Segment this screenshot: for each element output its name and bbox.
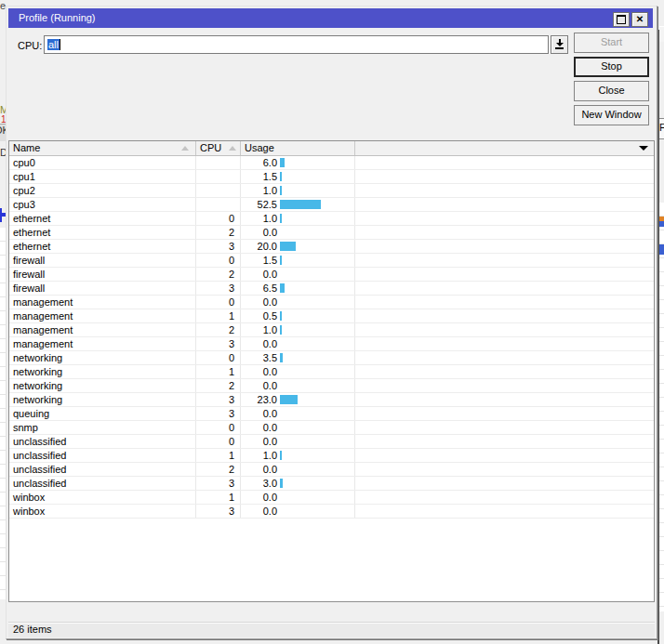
cell-name: snmp: [9, 421, 196, 434]
table-row[interactable]: management10.5: [9, 309, 654, 323]
cell-cpu: 2: [196, 463, 241, 476]
table-row[interactable]: queuing30.0: [9, 407, 654, 421]
cell-usage: 1.0: [241, 212, 355, 225]
table-row[interactable]: networking20.0: [9, 379, 654, 393]
cell-usage: 0.0: [241, 421, 355, 434]
table-row[interactable]: firewall36.5: [9, 282, 654, 296]
table-row[interactable]: management00.0: [9, 296, 654, 309]
table-row[interactable]: ethernet01.0: [9, 212, 654, 226]
table-row[interactable]: snmp00.0: [9, 421, 654, 435]
table-row[interactable]: cpu06.0: [9, 156, 654, 170]
cell-name: cpu3: [9, 198, 196, 211]
table-row[interactable]: winbox30.0: [9, 505, 654, 519]
usage-bar: [280, 311, 282, 321]
cell-cpu: 0: [196, 296, 241, 309]
table-row[interactable]: ethernet20.0: [9, 226, 654, 240]
cell-usage: 0.0: [241, 365, 355, 378]
cpu-label: CPU:: [18, 37, 42, 54]
table-row[interactable]: firewall20.0: [9, 268, 654, 282]
table-row[interactable]: cpu352.5: [9, 198, 654, 212]
table-row[interactable]: networking323.0: [9, 393, 654, 407]
cell-name: firewall: [9, 254, 196, 267]
table-row[interactable]: cpu21.0: [9, 184, 654, 198]
cell-usage: 0.0: [241, 491, 355, 504]
table-row[interactable]: firewall01.5: [9, 254, 654, 268]
new-window-button[interactable]: New Window: [574, 105, 649, 125]
sort-icon: [181, 146, 189, 151]
table-row[interactable]: unclassified00.0: [9, 435, 654, 449]
cell-cpu: 3: [196, 407, 241, 420]
profile-table: Name CPU Usage cpu06.0cpu11.5cpu21.0cpu3…: [8, 140, 655, 602]
cell-cpu: 1: [196, 309, 241, 322]
stop-button[interactable]: Stop: [574, 57, 649, 77]
usage-value: 0.0: [241, 505, 277, 518]
cell-cpu: 0: [196, 351, 241, 364]
status-bar: 26 items: [8, 622, 655, 637]
cell-name: unclassified: [9, 449, 196, 462]
cell-name: networking: [9, 379, 196, 392]
cell-usage: 20.0: [241, 240, 355, 253]
title-bar[interactable]: Profile (Running) ✕: [8, 8, 653, 28]
table-row[interactable]: unclassified33.0: [9, 477, 654, 491]
cell-usage: 1.5: [241, 170, 355, 183]
table-row[interactable]: winbox10.0: [9, 491, 654, 505]
table-row[interactable]: unclassified11.0: [9, 449, 654, 463]
usage-bar: [280, 451, 282, 460]
usage-value: 0.0: [241, 296, 277, 309]
text-caret: [60, 39, 60, 50]
start-button[interactable]: Start: [574, 33, 649, 53]
usage-bar: [280, 214, 282, 223]
cell-usage: 52.5: [241, 198, 355, 211]
cell-usage: 1.0: [241, 449, 355, 462]
usage-bar: [280, 200, 321, 209]
cell-usage: 6.5: [241, 282, 355, 295]
cell-cpu: 2: [196, 379, 241, 392]
usage-value: 6.5: [241, 282, 277, 295]
usage-value: 0.0: [241, 421, 277, 434]
cell-name: networking: [9, 365, 196, 378]
close-window-button[interactable]: Close: [574, 81, 649, 101]
usage-value: 0.0: [241, 407, 277, 420]
cell-usage: 0.0: [241, 337, 355, 350]
usage-value: 0.5: [241, 309, 277, 322]
cell-usage: 0.0: [241, 379, 355, 392]
table-row[interactable]: networking03.5: [9, 351, 654, 365]
background-icon-fragment: [659, 244, 664, 255]
table-row[interactable]: management21.0: [9, 323, 654, 337]
dropdown-arrow-icon: [556, 43, 564, 46]
column-header-name[interactable]: Name: [9, 141, 196, 155]
cell-name: winbox: [9, 505, 196, 518]
usage-value: 0.0: [241, 435, 277, 448]
background-button-fragment: [659, 26, 664, 42]
table-row[interactable]: unclassified20.0: [9, 463, 654, 477]
usage-bar: [280, 479, 283, 488]
cpu-dropdown-button[interactable]: [551, 35, 568, 54]
cell-usage: 3.5: [241, 351, 355, 364]
cell-cpu: [196, 184, 241, 197]
cell-usage: 0.0: [241, 505, 355, 518]
cell-cpu: 3: [196, 282, 241, 295]
cell-cpu: 0: [196, 212, 241, 225]
maximize-button[interactable]: [613, 12, 630, 27]
column-header-usage[interactable]: Usage: [241, 141, 355, 155]
table-row[interactable]: networking10.0: [9, 365, 654, 379]
table-row[interactable]: cpu11.5: [9, 170, 654, 184]
profile-window: Profile (Running) ✕ CPU: all Start Stop …: [6, 6, 657, 639]
cell-name: firewall: [9, 268, 196, 281]
cell-cpu: 3: [196, 393, 241, 406]
cell-cpu: 3: [196, 505, 241, 518]
cell-name: cpu0: [9, 156, 196, 169]
cell-usage: 0.0: [241, 407, 355, 420]
cell-name: queuing: [9, 407, 196, 420]
table-row[interactable]: ethernet320.0: [9, 240, 654, 254]
column-header-cpu[interactable]: CPU: [196, 141, 241, 155]
cell-cpu: 1: [196, 365, 241, 378]
cell-usage: 0.5: [241, 309, 355, 322]
table-row[interactable]: management30.0: [9, 337, 654, 351]
cell-cpu: 0: [196, 421, 241, 434]
column-selector-button[interactable]: [633, 141, 654, 155]
cpu-combobox-input[interactable]: all: [44, 35, 549, 54]
cell-name: management: [9, 309, 196, 322]
background-list-fragment: [659, 203, 664, 611]
close-button[interactable]: ✕: [631, 12, 648, 27]
